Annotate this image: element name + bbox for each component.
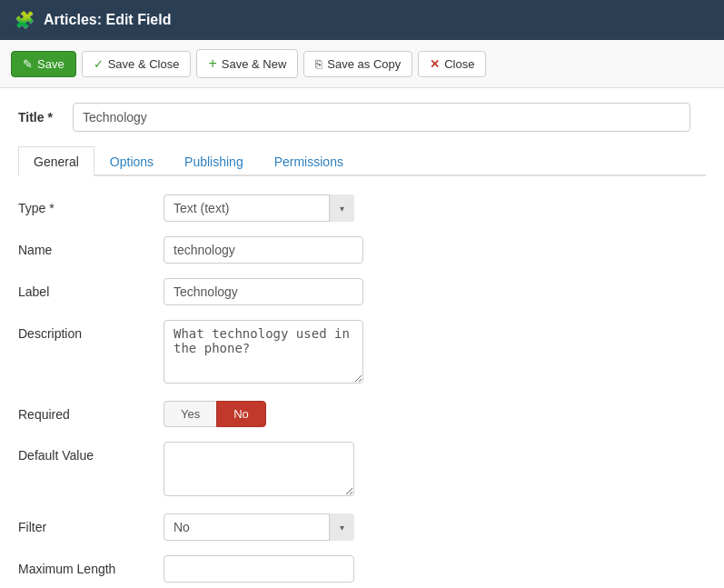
save-label: Save	[37, 57, 64, 71]
toolbar: ✎ Save ✓ Save & Close + Save & New ⎘ Sav…	[0, 40, 724, 88]
save-copy-label: Save as Copy	[327, 57, 401, 71]
save-copy-button[interactable]: ⎘ Save as Copy	[303, 51, 412, 77]
label-row: Label	[18, 278, 706, 305]
filter-row: Filter No Safe HTML Integer Float Alphab…	[18, 513, 706, 541]
type-label: Type *	[18, 194, 164, 215]
name-input[interactable]	[164, 236, 363, 264]
name-row: Name	[18, 236, 706, 264]
description-row: Description What technology used in the …	[18, 320, 706, 386]
tabs-container: General Options Publishing Permissions	[18, 146, 706, 176]
copy-icon: ⎘	[315, 57, 322, 71]
title-input[interactable]	[73, 103, 690, 132]
filter-label: Filter	[18, 513, 164, 534]
save-button[interactable]: ✎ Save	[11, 51, 76, 77]
max-length-row: Maximum Length	[18, 555, 706, 583]
required-label: Required	[18, 401, 164, 422]
description-label: Description	[18, 320, 164, 341]
required-control: Yes No	[164, 401, 363, 427]
required-row: Required Yes No	[18, 401, 706, 427]
title-label: Title *	[18, 110, 64, 125]
tab-general[interactable]: General	[18, 146, 94, 176]
page-title: Articles: Edit Field	[44, 12, 171, 28]
tab-publishing[interactable]: Publishing	[169, 146, 259, 176]
content-area: Title * General Options Publishing Permi…	[0, 88, 724, 588]
page-header: 🧩 Articles: Edit Field	[0, 0, 724, 40]
type-select[interactable]: Text (text)	[164, 194, 354, 222]
max-length-input[interactable]	[164, 555, 354, 583]
close-icon: ✕	[430, 57, 440, 71]
required-no-button[interactable]: No	[216, 401, 266, 427]
default-value-control	[164, 442, 363, 499]
filter-select[interactable]: No Safe HTML Integer Float Alphabetic CM…	[164, 513, 354, 541]
tab-permissions[interactable]: Permissions	[259, 146, 359, 176]
max-length-control	[164, 555, 363, 583]
save-close-label: Save & Close	[108, 57, 180, 71]
save-new-button[interactable]: + Save & New	[196, 49, 298, 78]
default-value-textarea[interactable]	[164, 442, 354, 496]
plus-icon: +	[208, 55, 216, 72]
filter-select-wrapper: No Safe HTML Integer Float Alphabetic CM…	[164, 513, 354, 541]
max-length-label: Maximum Length	[18, 555, 164, 576]
filter-control: No Safe HTML Integer Float Alphabetic CM…	[164, 513, 363, 541]
label-label: Label	[18, 278, 164, 299]
tab-options[interactable]: Options	[94, 146, 169, 176]
type-control: Text (text) ▾	[164, 194, 363, 222]
type-row: Type * Text (text) ▾	[18, 194, 706, 222]
default-value-row: Default Value	[18, 442, 706, 499]
default-value-label: Default Value	[18, 442, 164, 463]
description-textarea[interactable]: What technology used in the phone?	[164, 320, 363, 384]
label-control	[164, 278, 363, 305]
name-label: Name	[18, 236, 164, 257]
title-row: Title *	[18, 103, 706, 132]
check-icon: ✓	[94, 57, 104, 71]
save-new-label: Save & New	[222, 57, 287, 71]
required-yes-button[interactable]: Yes	[164, 401, 216, 427]
required-toggle-group: Yes No	[164, 401, 363, 427]
close-button[interactable]: ✕ Close	[418, 51, 486, 77]
type-select-wrapper: Text (text) ▾	[164, 194, 354, 222]
save-close-button[interactable]: ✓ Save & Close	[82, 51, 192, 77]
description-control: What technology used in the phone?	[164, 320, 363, 386]
puzzle-icon: 🧩	[15, 10, 35, 30]
name-control	[164, 236, 363, 264]
form-section: Type * Text (text) ▾ Name Label	[18, 194, 706, 588]
label-input[interactable]	[164, 278, 363, 305]
save-icon: ✎	[23, 57, 33, 71]
close-label: Close	[444, 57, 474, 71]
